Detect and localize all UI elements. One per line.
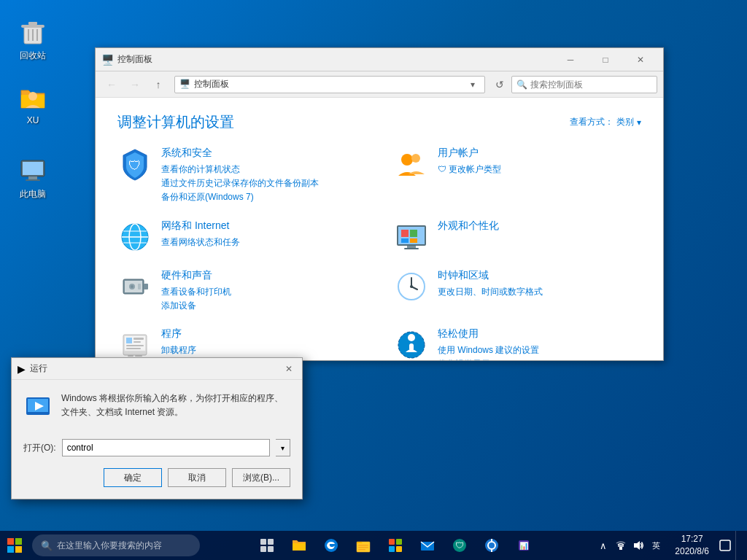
category-user-accounts[interactable]: 用户帐户 🛡 更改帐户类型 — [394, 147, 641, 205]
network-link-0[interactable]: 查看网络状态和任务 — [161, 236, 365, 249]
search-box[interactable]: 🔍 — [511, 76, 657, 93]
run-close-button[interactable]: ✕ — [282, 362, 296, 376]
svg-rect-70 — [389, 546, 395, 552]
ease-of-access-link-1[interactable]: 优化视觉显示 — [438, 357, 641, 360]
tray-lang-icon[interactable]: 英 — [649, 538, 663, 553]
taskbar-search[interactable]: 🔍 在这里输入你要搜索的内容 — [32, 534, 200, 556]
recycle-bin-icon — [18, 18, 47, 47]
ease-of-access-name[interactable]: 轻松使用 — [438, 327, 641, 341]
category-appearance[interactable]: 外观和个性化 — [394, 219, 641, 254]
system-security-link-2[interactable]: 备份和还原(Windows 7) — [161, 190, 365, 204]
network-info: 网络和 Internet 查看网络状态和任务 — [161, 219, 365, 249]
run-input-row: 打开(O): ▾ — [23, 439, 290, 456]
run-input-dropdown[interactable]: ▾ — [276, 439, 290, 456]
programs-name[interactable]: 程序 — [161, 327, 365, 341]
svg-rect-60 — [260, 546, 266, 552]
hardware-icon — [117, 269, 152, 304]
address-bar[interactable]: 🖥️ 控制面板 ▾ — [174, 76, 485, 93]
category-clock[interactable]: 时钟和区域 更改日期、时间或数字格式 — [394, 269, 641, 313]
svg-rect-2 — [28, 22, 37, 25]
ease-of-access-link-0[interactable]: 使用 Windows 建议的设置 — [438, 343, 641, 357]
run-browse-button[interactable]: 浏览(B)... — [232, 468, 290, 487]
view-dropdown-icon[interactable]: ▾ — [637, 117, 641, 128]
app8-button[interactable]: 📊 — [509, 531, 538, 560]
system-security-name[interactable]: 系统和安全 — [161, 147, 365, 160]
desktop-icon-recycle-bin[interactable]: 回收站 — [7, 15, 58, 65]
network-links: 查看网络状态和任务 — [161, 236, 365, 249]
file-manager-button[interactable] — [349, 531, 378, 560]
computer-icon — [18, 156, 47, 185]
file-explorer-button[interactable] — [285, 531, 314, 560]
appearance-info: 外观和个性化 — [438, 219, 641, 236]
system-security-link-0[interactable]: 查看你的计算机状态 — [161, 163, 365, 176]
svg-point-14 — [411, 154, 420, 163]
task-view-button[interactable] — [252, 531, 282, 560]
category-programs[interactable]: 程序 卸载程序 — [117, 327, 365, 360]
refresh-button[interactable]: ↺ — [491, 76, 508, 93]
category-network[interactable]: 网络和 Internet 查看网络状态和任务 — [117, 219, 365, 254]
view-selector: 查看方式： 类别 ▾ — [570, 116, 641, 128]
tray-volume-icon[interactable] — [631, 538, 646, 553]
svg-rect-56 — [7, 546, 14, 553]
category-hardware[interactable]: 硬件和声音 查看设备和打印机 添加设备 — [117, 269, 365, 313]
view-value[interactable]: 类别 — [616, 116, 634, 128]
security-button[interactable]: 🛡 — [445, 531, 474, 560]
clock-name[interactable]: 时钟和区域 — [438, 269, 641, 282]
search-icon: 🔍 — [516, 79, 527, 90]
notification-icon[interactable] — [718, 538, 732, 553]
run-description-row: Windows 将根据你所输入的名称，为你打开相应的程序、文件夹、文档或 Int… — [23, 392, 290, 427]
window-titlebar: 🖥️ 控制面板 ─ □ ✕ — [96, 48, 663, 71]
category-system-security[interactable]: 🛡 系统和安全 查看你的计算机状态 通过文件历史记录保存你的文件备份副本 备份和… — [117, 147, 365, 205]
edge-browser-button[interactable] — [317, 531, 346, 560]
desktop-icon-computer[interactable]: 此电脑 — [7, 153, 58, 203]
svg-rect-44 — [126, 345, 144, 346]
system-security-link-1[interactable]: 通过文件历史记录保存你的文件备份副本 — [161, 176, 365, 190]
address-dropdown[interactable]: ▾ — [465, 79, 480, 90]
taskbar: 🔍 在这里输入你要搜索的内容 — [0, 531, 747, 560]
close-button[interactable]: ✕ — [624, 48, 657, 71]
run-dialog: ▶ 运行 ✕ Windows 将根据你所输入的名称，为你打开相应的程序、文件夹、… — [11, 357, 303, 499]
app7-button[interactable] — [477, 531, 506, 560]
appearance-name[interactable]: 外观和个性化 — [438, 219, 641, 233]
svg-rect-81 — [619, 547, 622, 550]
tray-expand-icon[interactable]: ∧ — [596, 538, 611, 553]
clock-info: 时钟和区域 更改日期、时间或数字格式 — [438, 269, 641, 299]
up-button[interactable]: ↑ — [148, 76, 169, 93]
svg-point-49 — [408, 334, 415, 341]
clock-icon — [394, 269, 429, 304]
desktop-icon-user[interactable]: XU — [7, 80, 58, 128]
svg-rect-66 — [358, 547, 368, 548]
start-button[interactable] — [0, 531, 29, 560]
forward-button[interactable]: → — [125, 76, 145, 93]
store-button[interactable] — [381, 531, 410, 560]
programs-link-0[interactable]: 卸载程序 — [161, 343, 365, 357]
run-title-text: 运行 — [30, 362, 282, 375]
user-accounts-name[interactable]: 用户帐户 — [438, 147, 641, 160]
svg-text:🛡: 🛡 — [455, 540, 464, 551]
back-button[interactable]: ← — [101, 76, 122, 93]
run-input-field[interactable] — [62, 439, 270, 456]
hardware-link-1[interactable]: 添加设备 — [161, 299, 365, 313]
clock-link-0[interactable]: 更改日期、时间或数字格式 — [438, 285, 641, 299]
svg-rect-50 — [409, 343, 414, 351]
run-ok-button[interactable]: 确定 — [104, 468, 162, 487]
system-security-links: 查看你的计算机状态 通过文件历史记录保存你的文件备份副本 备份和还原(Windo… — [161, 163, 365, 205]
clock-area[interactable]: 17:27 2020/8/6 — [669, 533, 715, 558]
svg-rect-46 — [128, 355, 133, 357]
category-ease-of-access[interactable]: 轻松使用 使用 Windows 建议的设置 优化视觉显示 — [394, 327, 641, 360]
network-name[interactable]: 网络和 Internet — [161, 219, 365, 233]
mail-button[interactable] — [413, 531, 442, 560]
hardware-name[interactable]: 硬件和声音 — [161, 269, 365, 282]
maximize-button[interactable]: □ — [589, 48, 622, 71]
run-cancel-button[interactable]: 取消 — [168, 468, 226, 487]
run-title-icon: ▶ — [18, 363, 26, 375]
system-security-icon: 🛡 — [117, 147, 152, 182]
show-desktop-button[interactable] — [735, 531, 741, 560]
tray-network-icon[interactable] — [614, 538, 628, 553]
minimize-button[interactable]: ─ — [554, 48, 587, 71]
user-accounts-link-0[interactable]: 🛡 更改帐户类型 — [438, 163, 641, 176]
categories-grid: 🛡 系统和安全 查看你的计算机状态 通过文件历史记录保存你的文件备份副本 备份和… — [117, 147, 641, 360]
hardware-link-0[interactable]: 查看设备和打印机 — [161, 285, 365, 299]
search-input[interactable] — [530, 79, 652, 90]
user-folder-icon — [18, 83, 47, 112]
